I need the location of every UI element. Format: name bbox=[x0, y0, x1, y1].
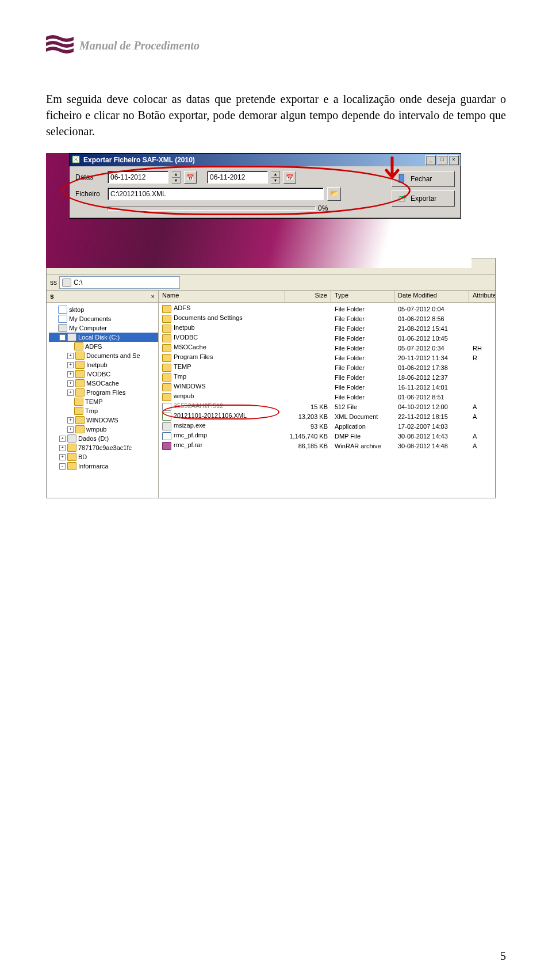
col-name[interactable]: Name bbox=[159, 291, 285, 302]
col-date[interactable]: Date Modified bbox=[394, 291, 469, 302]
tree-item[interactable]: TEMP bbox=[49, 397, 158, 406]
explorer-addressbar: ss C:\ bbox=[47, 275, 495, 291]
file-size: 13,203 KB bbox=[285, 413, 331, 420]
tree-item[interactable]: +Dados (D:) bbox=[49, 434, 158, 443]
col-attr[interactable]: Attributes bbox=[469, 291, 495, 302]
maximize-button[interactable]: □ bbox=[437, 155, 447, 165]
tree-expander-icon[interactable]: + bbox=[67, 426, 74, 433]
list-header[interactable]: Name Size Type Date Modified Attributes bbox=[159, 291, 495, 303]
list-row[interactable]: Documents and SettingsFile Folder01-06-2… bbox=[159, 314, 495, 323]
list-row[interactable]: TEMPFile Folder01-06-2012 17:38 bbox=[159, 363, 495, 372]
folder-icon bbox=[75, 388, 85, 396]
tree-expander-icon bbox=[67, 409, 72, 414]
file-type: XML Document bbox=[331, 413, 394, 420]
col-type[interactable]: Type bbox=[331, 291, 394, 302]
export-dialog-window: Exportar Ficheiro SAF-XML (2010) _ □ × D… bbox=[69, 153, 461, 219]
list-row[interactable]: TmpFile Folder18-06-2012 12:37 bbox=[159, 372, 495, 382]
tree-item-label: My Computer bbox=[69, 325, 107, 331]
folder-icon bbox=[75, 379, 85, 387]
file-date: 01-06-2012 10:45 bbox=[394, 335, 469, 342]
file-list[interactable]: Name Size Type Date Modified Attributes … bbox=[159, 291, 495, 498]
tree-item[interactable]: My Computer bbox=[49, 323, 158, 333]
logo-icon bbox=[46, 35, 74, 56]
tree-item[interactable]: -Local Disk (C:) bbox=[49, 333, 158, 342]
tree-item[interactable]: +MSOCache bbox=[49, 379, 158, 388]
tree-expander-icon[interactable]: + bbox=[67, 362, 74, 368]
folder-tree[interactable]: s × sktopMy DocumentsMy Computer-Local D… bbox=[47, 291, 159, 498]
fechar-label: Fechar bbox=[411, 175, 432, 183]
tree-item[interactable]: +IVODBC bbox=[49, 369, 158, 379]
rar-icon bbox=[162, 442, 171, 450]
tree-item[interactable]: +Inetpub bbox=[49, 360, 158, 369]
date-to-input[interactable]: 06-11-2012 bbox=[207, 171, 268, 184]
list-row[interactable]: rmc_pf.rar86,185 KBWinRAR archive30-08-2… bbox=[159, 441, 495, 451]
tree-expander-icon[interactable]: + bbox=[67, 371, 74, 377]
tree-item[interactable]: +Program Files bbox=[49, 388, 158, 397]
calendar-icon[interactable]: 📅 bbox=[184, 171, 197, 184]
date-to-spinner[interactable]: ▲▼ bbox=[271, 171, 280, 184]
browse-folder-button[interactable]: 📂 bbox=[327, 187, 341, 201]
exportar-button[interactable]: Exportar bbox=[392, 190, 455, 207]
tree-item[interactable]: +wmpub bbox=[49, 425, 158, 434]
tree-expander-icon[interactable]: + bbox=[59, 454, 66, 460]
tree-expander-icon[interactable]: - bbox=[59, 334, 66, 341]
calendar-icon[interactable]: 📅 bbox=[283, 171, 296, 184]
tree-item[interactable]: +BD bbox=[49, 452, 158, 462]
tree-item[interactable]: Tmp bbox=[49, 406, 158, 415]
folder-icon bbox=[162, 373, 171, 382]
list-row[interactable]: wmpubFile Folder01-06-2012 8:51 bbox=[159, 392, 495, 402]
list-row[interactable]: IVODBCFile Folder01-06-2012 10:45 bbox=[159, 333, 495, 343]
file-type: File Folder bbox=[331, 354, 394, 361]
tree-item[interactable]: +Documents and Se bbox=[49, 351, 158, 360]
tree-expander-icon[interactable]: + bbox=[67, 417, 74, 424]
tree-item[interactable]: -Informarca bbox=[49, 462, 158, 471]
list-row[interactable]: WINDOWSFile Folder16-11-2012 14:01 bbox=[159, 382, 495, 392]
label-ficheiro: Ficheiro bbox=[75, 190, 104, 198]
list-row[interactable]: 20121101-20121106.XML13,203 KBXML Docume… bbox=[159, 411, 495, 421]
tree-item-label: Informarca bbox=[78, 463, 109, 470]
file-type: File Folder bbox=[331, 315, 394, 322]
tree-item[interactable]: ADFS bbox=[49, 342, 158, 351]
xml-icon bbox=[162, 413, 171, 421]
tree-item[interactable]: sktop bbox=[49, 305, 158, 314]
tree-close-button[interactable]: × bbox=[151, 293, 155, 300]
list-row[interactable]: MSOCacheFile Folder05-07-2012 0:34RH bbox=[159, 343, 495, 353]
tree-item[interactable]: My Documents bbox=[49, 314, 158, 323]
col-size[interactable]: Size bbox=[285, 291, 331, 302]
drive-icon bbox=[62, 279, 71, 287]
progress-bar bbox=[108, 206, 316, 211]
tree-item-label: MSOCache bbox=[86, 380, 119, 387]
tree-expander-icon[interactable]: + bbox=[67, 390, 74, 396]
tree-item-label: wmpub bbox=[86, 426, 106, 433]
tree-expander-icon[interactable]: + bbox=[59, 445, 66, 451]
tree-item[interactable]: +787170c9ae3ac1fc bbox=[49, 443, 158, 452]
file-path-input[interactable]: C:\20121106.XML bbox=[108, 188, 324, 200]
date-from-input[interactable]: 06-11-2012 bbox=[108, 171, 168, 184]
list-row[interactable]: msizap.exe93 KBApplication17-02-2007 14:… bbox=[159, 421, 495, 431]
close-button[interactable]: × bbox=[448, 155, 459, 165]
tree-expander-icon[interactable]: + bbox=[59, 436, 66, 442]
list-row[interactable]: 35552AAH2F.51215 KB512 File04-10-2012 12… bbox=[159, 402, 495, 411]
list-row[interactable]: InetpubFile Folder21-08-2012 15:41 bbox=[159, 323, 495, 333]
folder-icon bbox=[67, 462, 76, 470]
address-value: C:\ bbox=[74, 277, 82, 288]
tree-expander-icon[interactable]: - bbox=[59, 463, 66, 470]
file-attr: R bbox=[469, 354, 495, 361]
fechar-button[interactable]: Fechar bbox=[392, 171, 455, 187]
file-date: 01-06-2012 8:51 bbox=[394, 394, 469, 401]
date-from-spinner[interactable]: ▲▼ bbox=[172, 171, 181, 184]
file-name: IVODBC bbox=[174, 334, 198, 341]
list-row[interactable]: Program FilesFile Folder20-11-2012 11:34… bbox=[159, 353, 495, 363]
drive-icon bbox=[58, 324, 67, 332]
folder-icon bbox=[67, 444, 76, 452]
dialog-titlebar[interactable]: Exportar Ficheiro SAF-XML (2010) _ □ × bbox=[70, 154, 461, 166]
file-attr: RH bbox=[469, 345, 495, 352]
list-row[interactable]: ADFSFile Folder05-07-2012 0:04 bbox=[159, 304, 495, 314]
list-row[interactable]: rmc_pf.dmp1,145,740 KBDMP File30-08-2012… bbox=[159, 431, 495, 441]
address-input[interactable]: C:\ bbox=[59, 276, 180, 289]
tree-item[interactable]: +WINDOWS bbox=[49, 415, 158, 425]
tree-expander-icon[interactable]: + bbox=[67, 380, 74, 387]
folder-icon bbox=[162, 315, 171, 323]
minimize-button[interactable]: _ bbox=[425, 155, 436, 165]
tree-expander-icon[interactable]: + bbox=[67, 353, 74, 359]
